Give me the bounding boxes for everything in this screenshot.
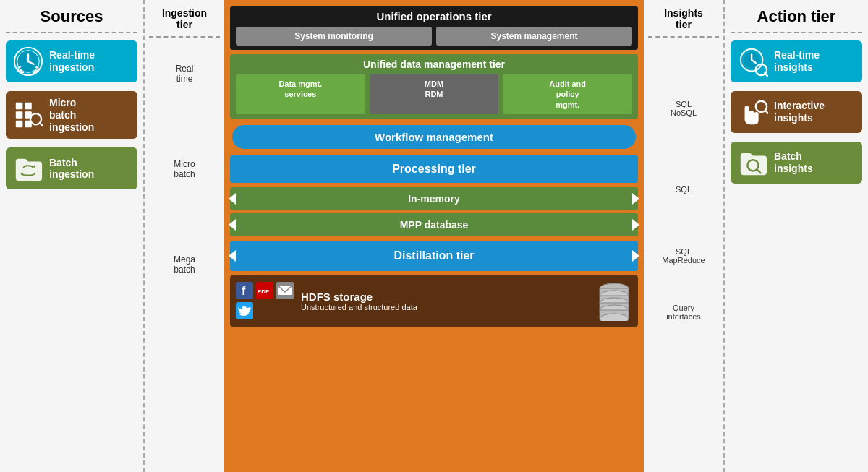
mdm-rdm-box: MDMRDM	[370, 74, 499, 114]
mpp-arrow-right	[632, 219, 639, 231]
center-column: Unified operations tier System monitorin…	[224, 0, 644, 472]
system-monitoring-box: System monitoring	[236, 27, 432, 46]
svg-rect-8	[16, 121, 23, 128]
in-memory-arrow-left	[229, 193, 236, 205]
insights-divider	[648, 36, 719, 38]
insights-sql-mapreduce-label: SQLMapReduce	[648, 247, 719, 265]
hdfs-text: HDFS storage Unstructured and structured…	[301, 291, 589, 312]
database-cylinders-icon	[596, 281, 632, 321]
svg-text:f: f	[242, 285, 246, 297]
unified-data-tier: Unified data management tier Data mgmt.s…	[230, 54, 638, 119]
svg-text:PDF: PDF	[258, 288, 269, 295]
data-mgmt-services-box: Data mgmt.services	[236, 74, 365, 114]
realtime-insights-label: Real-timeinsights	[774, 49, 820, 74]
svg-line-35	[765, 111, 768, 113]
clock-recycle-icon	[13, 46, 43, 77]
insights-tier-column: Insightstier SQLNoSQL SQL SQLMapReduce Q…	[644, 0, 723, 472]
svg-rect-4	[16, 103, 23, 110]
system-management-box: System management	[436, 27, 632, 46]
distillation-arrow-left	[229, 250, 236, 262]
ingestion-divider	[149, 36, 220, 38]
microbatch-ingestion-badge: Microbatchingestion	[6, 91, 137, 139]
ingestion-megabatch-label: Megabatch	[149, 254, 220, 275]
ingestion-tier-title: Ingestiontier	[149, 7, 220, 30]
batch-insights-badge: Batchinsights	[731, 142, 862, 184]
realtime-insights-badge: Real-timeinsights	[731, 40, 862, 82]
ingestion-tier-column: Ingestiontier Realtime Microbatch Megaba…	[145, 0, 224, 472]
clock-search-icon	[738, 46, 768, 77]
unified-data-title: Unified data management tier	[236, 59, 632, 70]
unified-ops-boxes: System monitoring System management	[236, 27, 632, 46]
twitter-icon	[236, 302, 253, 319]
hdfs-subtitle: Unstructured and structured data	[301, 303, 589, 312]
sources-column: Sources Real-timeingestion	[0, 0, 145, 472]
interactive-insights-badge: Interactiveinsights	[731, 91, 862, 133]
ingestion-microbatch-label: Microbatch	[149, 159, 220, 179]
audit-policy-box: Audit andpolicymgmt.	[503, 74, 632, 114]
realtime-ingestion-badge: Real-timeingestion	[6, 40, 137, 82]
workflow-management-bar: Workflow management	[230, 123, 638, 151]
unified-ops-tier: Unified operations tier System monitorin…	[230, 6, 638, 50]
ingestion-realtime-label: Realtime	[149, 64, 220, 84]
mpp-arrow-left	[229, 219, 236, 231]
insights-query-interfaces-label: Queryinterfaces	[648, 304, 719, 321]
main-container: Sources Real-timeingestion	[0, 0, 868, 472]
svg-line-11	[40, 124, 43, 126]
interactive-insights-label: Interactiveinsights	[774, 100, 825, 124]
hdfs-icons-group: f PDF	[236, 282, 294, 319]
svg-line-33	[765, 73, 767, 76]
in-memory-arrow-right	[632, 193, 639, 205]
hdfs-storage-section: f PDF	[230, 275, 638, 327]
folder-recycle-icon	[13, 153, 43, 184]
microbatch-ingestion-label: Microbatchingestion	[49, 97, 94, 133]
action-tier-title: Action tier	[731, 7, 862, 26]
pdf-icon: PDF	[256, 282, 273, 299]
action-column: Action tier Real-timeinsights Interact	[723, 0, 868, 472]
svg-rect-6	[16, 111, 23, 119]
folder-search-icon	[738, 147, 768, 178]
insights-tier-title: Insightstier	[648, 7, 719, 30]
unified-data-boxes: Data mgmt.services MDMRDM Audit andpolic…	[236, 74, 632, 114]
sources-title: Sources	[6, 7, 137, 26]
mpp-bar: MPP database	[230, 213, 638, 236]
unified-ops-title: Unified operations tier	[236, 10, 632, 22]
memory-section: In-memory MPP database	[230, 187, 638, 236]
svg-point-27	[600, 314, 629, 321]
grid-search-icon	[13, 100, 43, 130]
insights-sql-label: SQL	[648, 185, 719, 194]
distillation-tier-bar: Distillation tier	[230, 241, 638, 271]
hand-search-icon	[738, 97, 768, 127]
insights-sql-nosql-label: SQLNoSQL	[648, 100, 719, 117]
facebook-icon: f	[236, 282, 253, 299]
batch-ingestion-badge: Batchingestion	[6, 147, 137, 189]
workflow-management-label: Workflow management	[232, 125, 636, 149]
svg-rect-5	[25, 103, 32, 110]
processing-tier-bar: Processing tier	[230, 155, 638, 183]
realtime-ingestion-label: Real-timeingestion	[49, 49, 95, 74]
sources-divider	[6, 32, 137, 33]
in-memory-bar: In-memory	[230, 187, 638, 210]
email-icon	[276, 282, 294, 299]
batch-ingestion-label: Batchingestion	[49, 157, 94, 181]
batch-insights-label: Batchinsights	[774, 150, 813, 175]
hdfs-title: HDFS storage	[301, 291, 589, 303]
action-divider	[731, 32, 862, 33]
distillation-arrow-right	[632, 250, 639, 262]
